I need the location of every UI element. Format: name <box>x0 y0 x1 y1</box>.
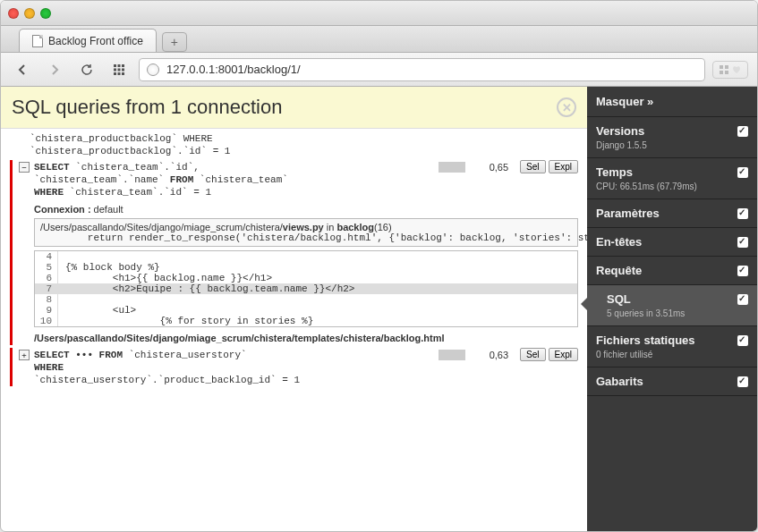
svg-rect-1 <box>118 64 121 67</box>
page-content: SQL queries from 1 connection ✕ `chister… <box>1 87 757 531</box>
checkbox-icon[interactable] <box>737 237 748 248</box>
debug-sidebar: Masquer » Versions Django 1.5.5 Temps CP… <box>587 87 757 531</box>
close-panel-button[interactable]: ✕ <box>557 97 576 117</box>
query-row: SELECT ••• FROM `chistera_userstory` 0,6… <box>14 348 578 361</box>
new-tab-button[interactable]: + <box>162 32 187 52</box>
heart-icon <box>731 64 742 75</box>
url-text: 127.0.0.1:8001/backlog/1/ <box>166 63 301 76</box>
svg-rect-10 <box>725 65 728 69</box>
sql-panel-body: `chistera_productbacklog` WHERE `chister… <box>1 129 587 531</box>
tab-title: Backlog Front office <box>48 35 143 47</box>
panel-versions[interactable]: Versions Django 1.5.5 <box>587 117 757 158</box>
panel-parametres[interactable]: Paramètres <box>587 199 757 228</box>
sql-panel: SQL queries from 1 connection ✕ `chister… <box>1 87 587 531</box>
browser-window: Backlog Front office + 127.0.0.1:8001/ba… <box>0 0 758 532</box>
query-text: WHERE `chistera_team`.`id` = 1 <box>14 186 578 198</box>
checkbox-icon[interactable] <box>737 376 748 387</box>
query-block: − SELECT `chistera_team`.`id`, 0,65 Sel … <box>10 160 578 345</box>
back-button[interactable] <box>10 59 35 80</box>
expand-toggle[interactable]: + <box>19 350 30 360</box>
zoom-icon[interactable] <box>40 8 51 19</box>
globe-icon <box>147 63 159 76</box>
sel-button[interactable]: Sel <box>520 348 545 361</box>
panel-temps[interactable]: Temps CPU: 66.51ms (67.79ms) <box>587 158 757 199</box>
svg-rect-5 <box>122 68 124 71</box>
reload-button[interactable] <box>74 59 99 80</box>
panel-sql[interactable]: SQL 5 queries in 3.51ms <box>587 285 757 326</box>
connection-label: Connexion : default <box>34 204 578 215</box>
panel-entetes[interactable]: En-têtes <box>587 228 757 257</box>
traceback-frame: /Users/pascallando/Sites/django/miage_sc… <box>34 218 578 247</box>
sql-panel-header: SQL queries from 1 connection ✕ <box>1 87 587 129</box>
grid-icon <box>720 65 728 74</box>
panel-gabarits[interactable]: Gabarits <box>587 367 757 396</box>
url-bar[interactable]: 127.0.0.1:8001/backlog/1/ <box>139 58 705 81</box>
checkbox-icon[interactable] <box>737 335 748 346</box>
expl-button[interactable]: Expl <box>549 160 578 173</box>
minimize-icon[interactable] <box>24 8 35 19</box>
svg-rect-8 <box>122 72 124 75</box>
query-time: 0,65 <box>473 162 508 173</box>
checkbox-icon[interactable] <box>737 208 748 219</box>
query-block: + SELECT ••• FROM `chistera_userstory` 0… <box>10 348 578 386</box>
query-fragment: `chistera_productbacklog` WHERE <box>10 132 578 145</box>
svg-rect-12 <box>725 71 728 74</box>
window-titlebar <box>1 1 757 26</box>
svg-rect-11 <box>720 71 723 74</box>
panel-requete[interactable]: Requête <box>587 257 757 285</box>
svg-rect-4 <box>118 68 121 71</box>
query-text: WHERE <box>14 361 578 374</box>
query-text: SELECT ••• FROM `chistera_userstory` <box>14 349 431 361</box>
template-path: /Users/pascallando/Sites/django/miage_sc… <box>34 331 578 345</box>
collapse-toggle[interactable]: − <box>19 162 30 173</box>
query-fragment: `chistera_productbacklog`.`id` = 1 <box>10 145 578 157</box>
template-source: 4 5{% block body %} 6 <h1>{{ backlog.nam… <box>34 250 578 327</box>
active-indicator-icon <box>581 298 587 310</box>
checkbox-icon[interactable] <box>737 294 748 305</box>
sql-panel-title: SQL queries from 1 connection <box>12 96 282 119</box>
panel-fichiers[interactable]: Fichiers statiques 0 fichier utilisé <box>587 326 757 367</box>
browser-tab[interactable]: Backlog Front office <box>19 29 157 52</box>
query-text: SELECT `chistera_team`.`id`, <box>14 161 431 173</box>
query-time: 0,63 <box>473 350 508 360</box>
extensions-box[interactable] <box>712 61 748 79</box>
close-icon[interactable] <box>8 8 19 19</box>
forward-button[interactable] <box>42 59 67 80</box>
svg-rect-7 <box>118 72 121 75</box>
time-bar <box>439 162 465 173</box>
checkbox-icon[interactable] <box>737 126 748 137</box>
sel-button[interactable]: Sel <box>520 160 545 173</box>
sidebar-hide[interactable]: Masquer » <box>587 87 757 117</box>
query-text: `chistera_userstory`.`product_backlog_id… <box>14 374 578 386</box>
window-controls <box>8 8 51 19</box>
expl-button[interactable]: Expl <box>549 348 578 361</box>
svg-rect-2 <box>122 64 124 67</box>
tab-bar: Backlog Front office + <box>1 26 757 53</box>
apps-button[interactable] <box>106 59 132 80</box>
svg-rect-0 <box>114 64 116 67</box>
svg-rect-6 <box>114 72 116 75</box>
highlighted-line: 7 <h2>Équipe : {{ backlog.team.name }}</… <box>35 283 577 294</box>
checkbox-icon[interactable] <box>737 266 748 276</box>
svg-rect-9 <box>720 65 723 69</box>
browser-toolbar: 127.0.0.1:8001/backlog/1/ <box>1 53 757 87</box>
svg-rect-3 <box>114 68 116 71</box>
time-bar <box>439 350 465 360</box>
page-icon <box>32 35 43 47</box>
query-row: SELECT `chistera_team`.`id`, 0,65 Sel Ex… <box>14 160 578 173</box>
checkbox-icon[interactable] <box>737 167 748 178</box>
query-text: `chistera_team`.`name` FROM `chistera_te… <box>14 173 578 186</box>
